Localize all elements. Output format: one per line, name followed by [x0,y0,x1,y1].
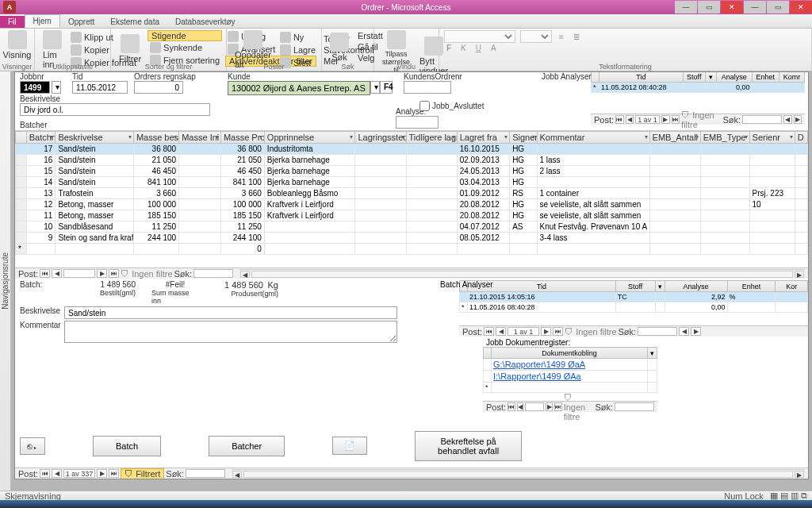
status-bar: Skjemavisning Num Lock ▦ ▤ ▥ ⧉ [0,491,812,500]
kundeord-input[interactable] [404,81,451,94]
col-tid[interactable]: Tid [599,71,684,83]
bold-button[interactable]: F [444,43,454,53]
table-row[interactable]: *11.05.2012 08:40:280,00 [592,83,805,93]
table-row[interactable]: G:\Rapporter\1499 ØaA [484,359,657,371]
sort-desc-button[interactable]: Synkende [147,41,222,54]
nav-next[interactable]: ▶ [661,115,669,124]
bekreftelse-button[interactable]: Bekreftelse påbehandlet avfall [415,431,522,461]
window-titlebar: A Ordrer - Microsoft Access — ▭ ✕ — ▭ ✕ [0,0,812,14]
col-embt[interactable]: EMB_Type▾ [700,132,749,144]
window-buttons: — ▭ ✕ — ▭ ✕ [674,1,812,13]
batcher-search[interactable] [193,269,233,278]
col-komr[interactable]: Komr [779,71,804,83]
file-tab[interactable]: Fil [0,16,25,28]
table-row[interactable]: 16Sand/stein21 05021 050Bjerka barnehage… [16,155,808,166]
font-color-button[interactable]: A [488,43,499,53]
table-row[interactable]: 12Betong, masser100 000100 000Kraftverk … [16,199,808,210]
table-row[interactable]: 17Sand/stein36 80036 800Industritomta16.… [16,144,808,155]
new-button[interactable]: Ny [278,31,318,44]
batch-analyser-grid: TidStoff▾AnalyseEnhetKor 21.10.2015 14:0… [459,280,808,313]
sort-asc-button[interactable]: Stigende [147,30,222,41]
nav-prev[interactable]: ◀ [626,115,634,124]
tab-hjem[interactable]: Hjem [25,14,60,28]
numbering-icon[interactable]: ≣ [571,32,582,42]
restore-button[interactable]: ▭ [698,1,720,13]
nav-last[interactable]: ⏭ [672,115,680,124]
tab-eksterne[interactable]: Eksterne data [102,16,167,28]
bullets-icon[interactable]: ≡ [557,32,566,42]
batcher-button[interactable]: Batcher [209,436,285,456]
save-button[interactable]: Lagre [278,44,318,56]
besk-input[interactable] [20,103,210,116]
col-komm[interactable]: Kommentar▾ [537,132,649,144]
col-lagret[interactable]: Lagret fra▾ [457,132,509,144]
restore-button-2[interactable]: ▭ [767,1,789,13]
table-row[interactable]: 10Sandblåsesand11 25011 25004.07.2012ASK… [16,221,808,233]
col-dokkobling[interactable]: Dokumentkobling [492,348,648,359]
table-row[interactable]: * [484,383,657,393]
minimize-button[interactable]: — [675,1,697,13]
nav-first[interactable]: ⏮ [615,115,623,124]
col-stoff[interactable]: Stoff [683,71,705,83]
table-row[interactable]: 14Sand/stein841 100841 100Bjerka barneha… [16,177,808,188]
jobbnr-combo-button[interactable]: ▾ [52,81,61,94]
table-row[interactable]: 11Betong, masser185 150185 150Kraftverk … [16,210,808,221]
col-opp[interactable]: Opprinnelse▾ [264,132,355,144]
col-serie[interactable]: Serienr▾ [749,132,795,144]
exit-button[interactable]: ⎋▸ [20,437,45,455]
col-analyse[interactable]: Analyse [716,71,752,83]
nav-filtrert[interactable]: ⛉ Filtrert [121,468,164,479]
kunde-combo[interactable]: 130002 Øijord & Aanes Entrep. AS [228,81,370,95]
minimize-button-2[interactable]: — [744,1,766,13]
batch-komm-input[interactable] [64,321,397,343]
col-d[interactable]: D [795,132,807,144]
form-search[interactable] [186,469,225,478]
col-batch[interactable]: Batchnr▾ [26,132,56,144]
tab-database[interactable]: Databaseverktøy [167,16,243,28]
table-row[interactable]: 13Trafostein3 6603 660Bobleanlegg Båsmo0… [16,188,808,199]
filter-button[interactable]: Filtrer [116,34,144,64]
kunde-combo-button[interactable]: ▾ [370,81,380,94]
col-sign[interactable]: Signeri▾ [510,132,537,144]
batch-besk-input[interactable] [64,306,397,319]
table-row[interactable]: *11.05.2016 08:40:280,00 [460,302,808,313]
nav-pos[interactable]: 1 av 1 [635,115,660,124]
italic-button[interactable]: K [458,43,469,53]
batcher-hscroll[interactable] [251,271,793,278]
table-row[interactable]: 9Stein og sand fra kraftverk i244 100244… [16,233,808,244]
close-button-2[interactable]: ✕ [790,1,812,13]
col-emba[interactable]: EMB_Antall▾ [649,132,700,144]
close-button[interactable]: ✕ [721,1,743,13]
regnskap-input[interactable] [134,81,183,94]
col-besk[interactable]: Beskrivelse▾ [56,132,134,144]
batch-button[interactable]: Batch [93,436,161,456]
size-select[interactable] [520,30,552,43]
nav-search[interactable] [742,115,782,124]
table-row[interactable]: *0 [16,244,808,255]
visning-button[interactable]: Visning [5,30,29,60]
tid-input[interactable] [72,81,128,94]
label-jobbanalyser: Jobb Analyser [542,72,592,81]
col-enhet[interactable]: Enhet [752,71,779,83]
tab-opprett[interactable]: Opprett [60,16,102,28]
doc-link-2[interactable]: I:\Rapporter\1499 ØAa [493,371,581,381]
form-hscroll[interactable] [243,471,793,478]
col-lager[interactable]: Lagringssted▾ [355,132,406,144]
analyse-input[interactable] [396,116,439,129]
table-row[interactable]: 15Sand/stein46 45046 450Bjerka barnehage… [16,166,808,177]
col-mbest[interactable]: Masse best▾ [133,132,178,144]
underline-button[interactable]: U [473,43,484,53]
kunde-f4-button[interactable]: F4 [380,81,393,94]
col-mpro[interactable]: Masse Pro▾ [220,132,264,144]
table-row[interactable]: 21.10.2015 14:05:16TC2,92% [460,292,808,302]
jobbnr-input[interactable] [20,81,50,94]
report-button[interactable]: 📄 [332,437,367,455]
table-row[interactable]: I:\Rapporter\1499 ØAa [484,371,657,383]
search-button[interactable]: Søk [327,33,352,62]
font-select[interactable] [444,30,515,43]
col-tidl[interactable]: Tidligere lagr▾ [406,132,457,144]
jobbavsluttet-checkbox[interactable] [419,101,430,111]
doc-link-1[interactable]: G:\Rapporter\1499 ØaA [493,360,585,369]
navigation-rail[interactable]: Navigasjonsrute [0,71,11,491]
col-mini[interactable]: Masse Ini▾ [179,132,221,144]
